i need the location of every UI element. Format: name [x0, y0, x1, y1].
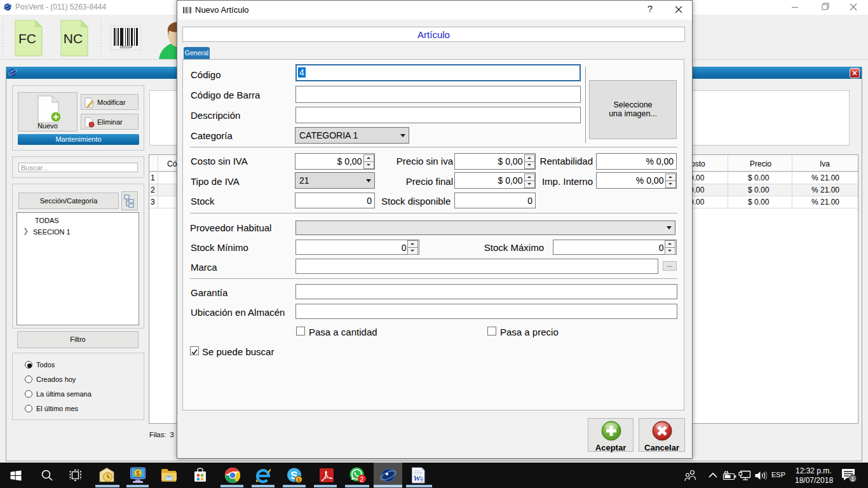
svg-text:182224: 182224	[119, 45, 133, 49]
svg-text:1: 1	[851, 476, 854, 482]
svg-text:FC: FC	[18, 31, 36, 46]
svg-text:NC: NC	[64, 31, 83, 46]
svg-text:2: 2	[360, 475, 363, 483]
svg-text:$: $	[136, 470, 140, 477]
svg-text:1: 1	[297, 477, 301, 483]
